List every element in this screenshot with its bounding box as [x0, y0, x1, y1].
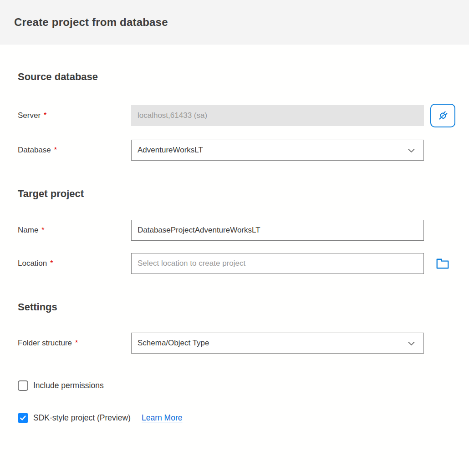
- required-asterisk: *: [41, 226, 44, 234]
- required-asterisk: *: [50, 259, 53, 267]
- sdk-style-row: SDK-style project (Preview) Learn More: [18, 413, 456, 423]
- section-title-target-project: Target project: [18, 188, 456, 200]
- location-input[interactable]: [131, 253, 424, 274]
- folder-structure-row: Folder structure* Schema/Object Type: [18, 333, 456, 354]
- location-row: Location*: [18, 253, 456, 274]
- checkmark-icon: [19, 414, 27, 422]
- section-title-settings: Settings: [18, 301, 456, 313]
- name-label: Name*: [18, 226, 131, 235]
- folder-structure-dropdown[interactable]: Schema/Object Type: [131, 333, 424, 354]
- required-asterisk: *: [75, 339, 78, 347]
- plug-icon: [436, 109, 450, 122]
- dialog-body: Source database Server*: [0, 71, 469, 423]
- section-title-source-database: Source database: [18, 71, 456, 83]
- required-asterisk: *: [44, 111, 46, 119]
- required-asterisk: *: [54, 146, 57, 154]
- connect-server-button[interactable]: [430, 104, 455, 127]
- folder-icon: [434, 257, 451, 270]
- database-dropdown[interactable]: AdventureWorksLT: [131, 140, 424, 161]
- folder-structure-dropdown-value: Schema/Object Type: [138, 339, 209, 348]
- server-input: [131, 105, 424, 126]
- chevron-down-icon: [407, 339, 416, 348]
- project-name-input[interactable]: [131, 220, 424, 241]
- database-row: Database* AdventureWorksLT: [18, 140, 456, 161]
- database-label: Database*: [18, 146, 131, 155]
- chevron-down-icon: [407, 146, 416, 155]
- database-dropdown-value: AdventureWorksLT: [138, 146, 203, 155]
- include-permissions-label: Include permissions: [33, 381, 104, 390]
- dialog-header: Create project from database: [0, 0, 469, 45]
- project-name-row: Name*: [18, 220, 456, 241]
- include-permissions-row: Include permissions: [18, 380, 456, 391]
- folder-structure-label: Folder structure*: [18, 339, 131, 348]
- dialog-title: Create project from database: [14, 16, 168, 29]
- browse-location-button[interactable]: [434, 257, 451, 270]
- location-label: Location*: [18, 259, 131, 268]
- server-row: Server*: [18, 104, 456, 127]
- include-permissions-checkbox[interactable]: [18, 380, 28, 391]
- sdk-style-checkbox[interactable]: [18, 413, 28, 423]
- learn-more-link[interactable]: Learn More: [142, 413, 183, 423]
- server-label: Server*: [18, 111, 131, 120]
- sdk-style-label: SDK-style project (Preview): [33, 413, 131, 423]
